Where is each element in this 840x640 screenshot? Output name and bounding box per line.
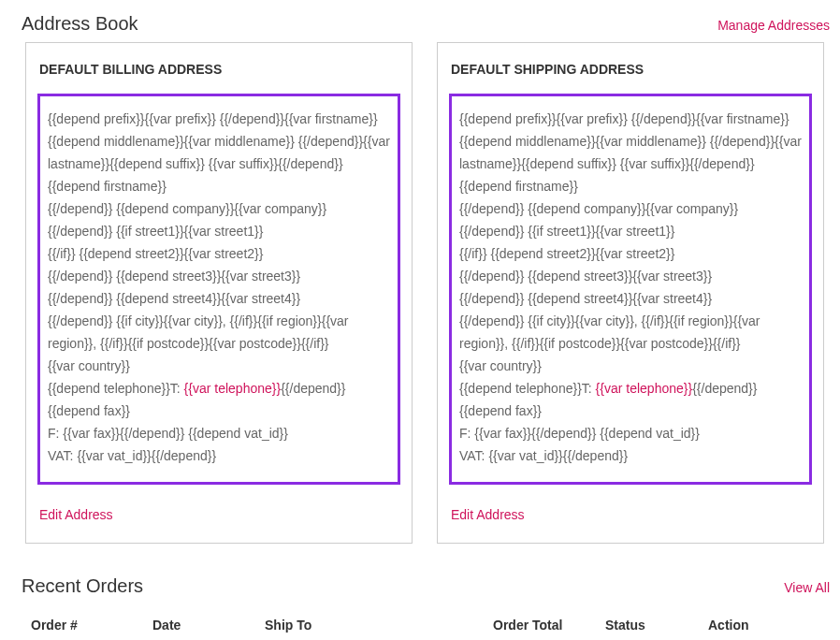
billing-template-content: {{depend prefix}}{{var prefix}} {{/depen… [37,94,400,485]
orders-header-row: Order # Date Ship To Order Total Status … [22,606,830,640]
billing-line: F: {{var fax}}{{/depend}} {{depend vat_i… [48,422,390,444]
billing-line: {{depend prefix}}{{var prefix}} {{/depen… [48,108,390,197]
tel-pre: {{depend telephone}}T: [48,381,184,396]
orders-table: Order # Date Ship To Order Total Status … [22,606,830,640]
address-book-header: Address Book Manage Addresses [5,9,835,42]
billing-heading: DEFAULT BILLING ADDRESS [26,43,412,94]
edit-shipping-address-link[interactable]: Edit Address [438,485,823,543]
tel-pre: {{depend telephone}}T: [459,381,596,396]
billing-line: {{/depend}} {{if street1}}{{var street1}… [48,220,390,242]
billing-line: {{/if}} {{depend street2}}{{var street2}… [48,242,390,265]
shipping-telephone-line: {{depend telephone}}T: {{var telephone}}… [459,377,802,422]
shipping-line: {{/depend}} {{depend street3}}{{var stre… [459,265,802,287]
billing-address-box: DEFAULT BILLING ADDRESS {{depend prefix}… [25,42,413,544]
shipping-line: {{/if}} {{depend street2}}{{var street2}… [459,242,802,265]
recent-orders-title: Recent Orders [22,575,143,597]
address-row: DEFAULT BILLING ADDRESS {{depend prefix}… [5,42,835,544]
billing-line: {{/depend}} {{depend street3}}{{var stre… [48,265,390,287]
col-ship-to: Ship To [255,606,484,640]
shipping-line: {{/depend}} {{depend company}}{{var comp… [459,197,802,220]
col-action: Action [699,606,830,640]
tel-var: {{var telephone}} [596,381,693,396]
manage-addresses-link[interactable]: Manage Addresses [717,18,830,33]
billing-telephone-line: {{depend telephone}}T: {{var telephone}}… [48,377,390,422]
billing-line: VAT: {{var vat_id}}{{/depend}} [48,444,390,467]
shipping-line: VAT: {{var vat_id}}{{/depend}} [459,444,802,467]
address-book-title: Address Book [22,13,138,35]
shipping-line: {{/depend}} {{if city}}{{var city}}, {{/… [459,310,802,355]
shipping-line: {{/depend}} {{if street1}}{{var street1}… [459,220,802,242]
col-date: Date [143,606,255,640]
shipping-line: {{/depend}} {{depend street4}}{{var stre… [459,287,802,310]
col-status: Status [596,606,699,640]
view-all-orders-link[interactable]: View All [784,580,830,595]
edit-billing-address-link[interactable]: Edit Address [26,485,412,543]
billing-line: {{/depend}} {{depend street4}}{{var stre… [48,287,390,310]
billing-line: {{var country}} [48,355,390,377]
col-order-total: Order Total [484,606,596,640]
shipping-line: {{depend prefix}}{{var prefix}} {{/depen… [459,108,802,197]
shipping-address-box: DEFAULT SHIPPING ADDRESS {{depend prefix… [437,42,824,544]
recent-orders-section: Recent Orders View All Order # Date Ship… [5,544,835,640]
shipping-template-content: {{depend prefix}}{{var prefix}} {{/depen… [449,94,812,485]
shipping-line: {{var country}} [459,355,802,377]
col-order-number: Order # [22,606,143,640]
billing-line: {{/depend}} {{if city}}{{var city}}, {{/… [48,310,390,355]
shipping-line: F: {{var fax}}{{/depend}} {{depend vat_i… [459,422,802,444]
shipping-heading: DEFAULT SHIPPING ADDRESS [438,43,823,94]
billing-line: {{/depend}} {{depend company}}{{var comp… [48,197,390,220]
tel-var: {{var telephone}} [184,381,282,396]
